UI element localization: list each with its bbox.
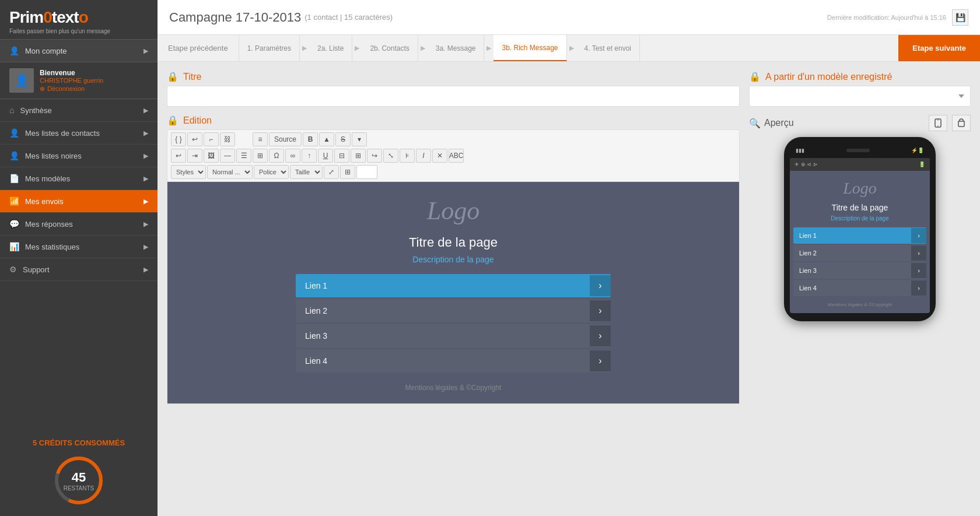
svg-point-5 [960,120,960,120]
svg-point-3 [937,125,939,127]
phone-link-3: Lien 3 › [793,262,926,279]
support-icon: ⚙ [9,265,17,274]
tb-resize-btn[interactable]: ⤡ [383,149,398,163]
topbar: Campagne 17-10-2013 (1 contact | 15 cara… [158,0,980,35]
phone-link-3-label: Lien 3 [793,262,911,279]
tb-tab-btn[interactable]: ⇥ [187,149,202,163]
tb-link-btn[interactable]: ⛓ [220,132,235,146]
template-link-4[interactable]: Lien 4 › [296,349,611,373]
content-area: 🔒 Titre 🔒 Edition { } ↩ [158,62,980,516]
titre-section: 🔒 Titre [167,71,740,107]
avatar: 👤 [9,68,34,93]
phone-link-1-arrow-icon: › [911,228,926,243]
tb-grid-btn[interactable]: ⊟ [334,149,349,163]
edition-icon: 🔒 [167,115,178,126]
editor-block: { } ↩ ⌐ ⛓ ≡ Source B ▲ S ▾ [167,129,740,404]
sidebar-item-listes-noires[interactable]: 👤 Mes listes noires ▶ [0,145,158,167]
step-message[interactable]: 3a. Message [428,35,485,61]
tb-abc-btn[interactable]: ABC [449,149,464,163]
step-contacts[interactable]: 2b. Contacts [362,35,418,61]
editor-content[interactable]: Logo Titre de la page Description de la … [167,182,739,403]
edition-section: 🔒 Edition { } ↩ ⌐ ⛓ ≡ Source [167,115,740,404]
phone-screen: ✈ ⊕ ⊲ ⊳ 🔋 Logo Titre de la page Descript… [790,158,930,313]
phone-top: ▮▮▮ ⚡🔋 [790,145,930,158]
step-arrow-1: ▶ [302,44,307,52]
sidebar-item-synthese[interactable]: ⌂ Synthèse ▶ [0,99,158,122]
tb-omega-btn[interactable]: Ω [269,149,284,163]
step-next-button[interactable]: Etape suivante [898,35,980,61]
left-panel: 🔒 Titre 🔒 Edition { } ↩ [167,71,740,507]
step-parametres[interactable]: 1. Paramètres [239,35,300,61]
tb-drop[interactable]: ▾ [352,132,367,146]
tb-table-btn[interactable]: ⊞ [253,149,268,163]
phone-link-2-label: Lien 2 [793,245,911,261]
tb-align-btn[interactable]: ≡ [253,132,268,146]
email-template: Logo Titre de la page Description de la … [284,182,622,403]
sidebar-account-header[interactable]: 👤 Mon compte ▶ [0,40,158,62]
tb-list-btn[interactable]: ☰ [236,149,251,163]
logout-button[interactable]: Déconnexion [40,85,103,93]
statistiques-icon: 📊 [9,242,19,251]
tb-img-btn[interactable]: 🖼 [204,149,219,163]
tb-special-btn[interactable]: ∞ [285,149,300,163]
tb-back-btn[interactable]: ↩ [171,149,186,163]
template-link-3[interactable]: Lien 3 › [296,324,611,347]
signal-icon: ▮▮▮ [796,148,804,153]
listes-noires-icon: 👤 [9,151,19,160]
tb-center-btn[interactable]: ⊞ [351,149,366,163]
tb-color-btn[interactable] [356,165,377,179]
template-link-1[interactable]: Lien 1 › [296,274,611,297]
step-rich-message[interactable]: 3b. Rich Message [494,35,566,61]
tb-arrow-up[interactable]: ▲ [319,132,334,146]
tb-curly-btn[interactable]: { } [171,132,186,146]
tb-up-btn[interactable]: ↑ [302,149,317,163]
save-button[interactable]: 💾 [952,9,968,26]
tb-source-btn[interactable]: Source [269,132,302,146]
tb-bold-btn[interactable]: B [303,132,318,146]
model-dropdown[interactable] [749,86,971,107]
ios-device-button[interactable] [929,115,947,131]
step-arrow-3: ▶ [421,44,425,52]
taille-select[interactable]: Taille [290,165,323,179]
tb-strike-btn[interactable]: S [335,132,351,146]
toolbar-row-3: Styles Normal ... Police Taille ⤢ [171,165,736,179]
phone-link-4: Lien 4 › [793,280,926,296]
tb-resize2-btn[interactable]: ⤢ [324,165,339,179]
tb-dash-btn[interactable]: — [220,149,235,163]
sidebar-item-support[interactable]: ⚙ Support ▶ [0,258,158,281]
template-footer: Mentions légales & ©Copyright [284,374,622,403]
sidebar-item-envois[interactable]: 📶 Mes envois ▶ [0,190,158,213]
logo-block: Prim0texto Faites passer bien plus qu'un… [0,0,158,40]
edition-section-title: 🔒 Edition [167,115,740,126]
phone-link-2-arrow-icon: › [911,245,926,261]
police-select[interactable]: Police [254,165,289,179]
search-icon: 🔍 [749,118,761,129]
sidebar-item-statistiques[interactable]: 📊 Mes statistiques ▶ [0,236,158,258]
statistiques-label: Mes statistiques [25,243,79,251]
account-label: Mon compte [25,47,67,55]
step-liste[interactable]: 2a. Liste [309,35,352,61]
tb-undo-btn[interactable]: ↩ [187,132,202,146]
tb-underline-btn[interactable]: U [318,149,333,163]
steps-bar: Etape précédente 1. Paramètres ▶ 2a. Lis… [158,35,980,62]
link-1-arrow-icon: › [590,275,611,296]
sidebar-item-modeles[interactable]: 📄 Mes modèles ▶ [0,167,158,190]
tb-table2-btn[interactable]: ⊞ [340,165,355,179]
tb-clear-btn[interactable]: ✕ [432,149,447,163]
tb-italic-btn[interactable]: I [416,149,431,163]
step-test-envoi[interactable]: 4. Test et envoi [576,35,640,61]
android-device-button[interactable] [952,115,971,131]
step-previous-button[interactable]: Etape précédente [158,35,239,61]
format-select[interactable]: Normal ... [207,165,253,179]
sidebar-item-listes-contacts[interactable]: 👤 Mes listes de contacts ▶ [0,122,158,145]
reponses-icon: 💬 [9,219,19,229]
account-arrow-icon: ▶ [144,47,148,55]
phone-status-icons: ⚡🔋 [911,148,924,153]
sidebar-item-reponses[interactable]: 💬 Mes réponses ▶ [0,213,158,236]
titre-input[interactable] [167,86,740,107]
tb-align2-btn[interactable]: ⊧ [400,149,415,163]
tb-chain-btn[interactable]: ⌐ [204,132,219,146]
styles-select[interactable]: Styles [171,165,206,179]
template-link-2[interactable]: Lien 2 › [296,299,611,322]
tb-fwd-btn[interactable]: ↪ [367,149,382,163]
